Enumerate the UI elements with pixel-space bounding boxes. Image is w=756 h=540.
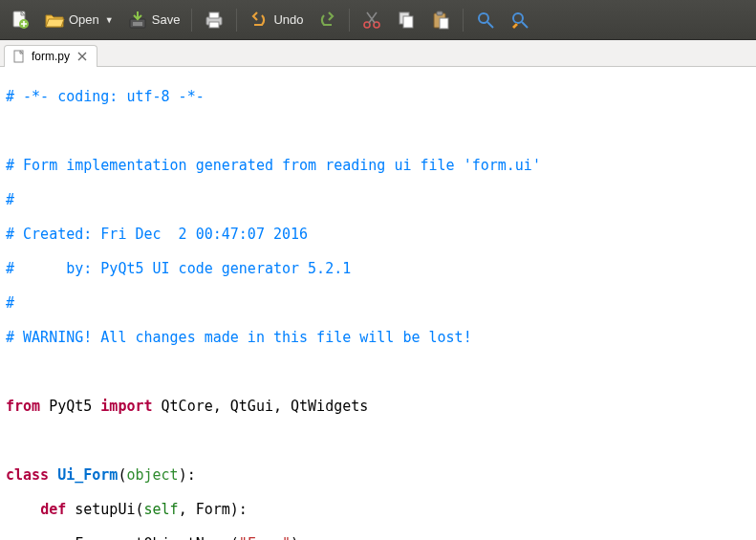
paste-button[interactable] bbox=[424, 6, 457, 34]
undo-label: Undo bbox=[273, 12, 303, 27]
paste-icon bbox=[430, 10, 451, 31]
toolbar-separator bbox=[191, 9, 192, 32]
tab-close-button[interactable] bbox=[76, 50, 89, 63]
new-file-button[interactable] bbox=[4, 6, 36, 34]
open-folder-icon bbox=[44, 10, 65, 31]
undo-button[interactable]: Undo bbox=[243, 6, 309, 34]
toolbar-separator bbox=[236, 9, 237, 32]
svg-rect-13 bbox=[437, 11, 443, 15]
code-line: # Form implementation generated from rea… bbox=[6, 157, 750, 174]
redo-icon bbox=[316, 10, 337, 31]
open-label: Open bbox=[69, 12, 99, 27]
cut-button[interactable] bbox=[356, 6, 388, 34]
code-line: # -*- coding: utf-8 -*- bbox=[6, 88, 750, 105]
code-line: # by: PyQt5 UI code generator 5.2.1 bbox=[6, 260, 750, 277]
save-button[interactable]: Save bbox=[121, 6, 186, 34]
save-label: Save bbox=[152, 12, 181, 27]
find-button[interactable] bbox=[469, 6, 502, 34]
redo-button[interactable] bbox=[311, 6, 343, 34]
print-button[interactable] bbox=[198, 6, 230, 34]
tab-bar: form.py bbox=[0, 40, 756, 67]
svg-rect-7 bbox=[209, 22, 219, 28]
code-line: def setupUi(self, Form): bbox=[6, 501, 750, 518]
code-line: Form.setObjectName("Form") bbox=[6, 535, 750, 540]
toolbar-separator bbox=[463, 9, 464, 32]
code-line: # Created: Fri Dec 2 00:47:07 2016 bbox=[6, 226, 750, 243]
code-line: class Ui_Form(object): bbox=[6, 466, 750, 484]
copy-button[interactable] bbox=[390, 6, 422, 34]
undo-icon bbox=[248, 10, 270, 31]
code-line: ​ bbox=[6, 122, 750, 140]
file-icon bbox=[12, 50, 26, 63]
svg-rect-11 bbox=[403, 16, 413, 28]
code-editor[interactable]: # -*- coding: utf-8 -*- ​ # Form impleme… bbox=[0, 67, 756, 540]
code-line: # bbox=[6, 191, 750, 208]
code-line: # bbox=[6, 294, 750, 312]
svg-rect-4 bbox=[133, 22, 142, 26]
svg-point-16 bbox=[513, 13, 523, 23]
search-icon bbox=[475, 10, 496, 31]
cut-icon bbox=[361, 10, 382, 31]
tab-filename: form.py bbox=[32, 50, 70, 63]
find-replace-icon bbox=[509, 10, 530, 31]
main-toolbar: Open ▼ Save Undo bbox=[0, 0, 756, 40]
toolbar-separator bbox=[349, 9, 350, 32]
svg-rect-6 bbox=[209, 12, 219, 18]
code-line: ​ bbox=[6, 432, 750, 449]
new-file-icon bbox=[10, 10, 31, 31]
print-icon bbox=[204, 10, 225, 31]
find-replace-button[interactable] bbox=[504, 6, 536, 34]
save-icon bbox=[127, 10, 148, 31]
open-dropdown-arrow-icon[interactable]: ▼ bbox=[105, 15, 114, 25]
copy-icon bbox=[396, 10, 417, 31]
svg-point-15 bbox=[479, 13, 488, 23]
code-line: # WARNING! All changes made in this file… bbox=[6, 329, 750, 346]
tab-form-py[interactable]: form.py bbox=[4, 45, 97, 67]
open-button[interactable]: Open ▼ bbox=[38, 6, 119, 34]
svg-rect-14 bbox=[440, 18, 448, 29]
code-line: from PyQt5 import QtCore, QtGui, QtWidge… bbox=[6, 398, 750, 415]
code-line: ​ bbox=[6, 363, 750, 380]
